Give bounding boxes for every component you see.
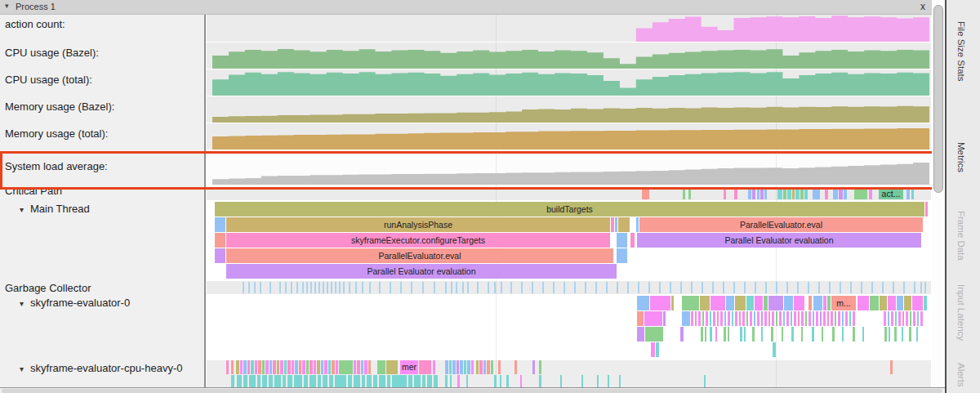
trace-slice[interactable] — [400, 282, 402, 293]
trace-slice-parallel-evaluator-evaluation[interactable]: Parallel Evaluator evaluation — [637, 233, 921, 248]
trace-slice[interactable] — [294, 375, 302, 387]
trace-slice[interactable] — [897, 296, 903, 310]
trace-slice[interactable] — [254, 282, 256, 293]
trace-slice[interactable] — [464, 360, 466, 374]
trace-slice[interactable] — [434, 282, 435, 293]
trace-slice[interactable] — [285, 282, 287, 293]
trace-slice[interactable] — [698, 311, 701, 326]
trace-slice[interactable] — [812, 327, 814, 342]
counter-chart-cpu-bazel[interactable] — [212, 42, 929, 69]
trace-slice[interactable] — [884, 327, 887, 342]
trace-slice[interactable] — [304, 375, 308, 387]
trace-slice[interactable] — [702, 311, 704, 326]
trace-slice[interactable] — [801, 327, 803, 342]
trace-slice[interactable] — [501, 282, 502, 293]
trace-slice[interactable] — [909, 327, 911, 342]
trace-slice[interactable] — [390, 282, 391, 293]
trace-slice[interactable] — [606, 282, 608, 293]
trace-slice[interactable] — [542, 282, 544, 293]
trace-slice[interactable] — [825, 188, 828, 199]
trace-slice[interactable] — [808, 282, 809, 293]
trace-slice[interactable] — [840, 282, 841, 293]
sidebar-tab-metrics[interactable]: Metrics — [956, 142, 966, 172]
trace-slice[interactable] — [682, 311, 690, 326]
trace-slice[interactable] — [339, 282, 341, 293]
trace-slice[interactable] — [776, 282, 777, 293]
trace-slice[interactable] — [215, 233, 225, 248]
trace-slice[interactable] — [835, 311, 836, 326]
trace-slice[interactable] — [262, 360, 265, 374]
trace-slice[interactable] — [906, 188, 910, 199]
trace-slice[interactable] — [853, 311, 855, 326]
trace-slice-runanalysisphase[interactable]: runAnalysisPhase — [226, 217, 610, 232]
trace-slice[interactable] — [701, 327, 703, 342]
trace-slice[interactable] — [833, 188, 838, 199]
trace-slice[interactable] — [734, 188, 737, 199]
trace-slice[interactable] — [318, 375, 321, 387]
trace-slice[interactable] — [768, 296, 783, 310]
trace-slice[interactable] — [705, 327, 706, 342]
trace-slice[interactable] — [925, 202, 928, 217]
trace-slice[interactable] — [336, 360, 338, 374]
trace-slice[interactable] — [243, 360, 247, 374]
trace-slice[interactable] — [284, 360, 287, 374]
trace-slice[interactable] — [451, 282, 452, 293]
trace-slice[interactable] — [335, 282, 336, 293]
trace-slice[interactable] — [710, 296, 725, 310]
counter-chart-cpu-total[interactable] — [212, 69, 929, 96]
trace-slice[interactable] — [777, 188, 782, 199]
close-icon[interactable]: x — [920, 1, 925, 12]
trace-slice[interactable] — [650, 296, 670, 310]
trace-slice[interactable] — [779, 311, 782, 326]
track-label-memory-usage-bazel[interactable]: Memory usage (Bazel): — [5, 100, 114, 113]
trace-slice[interactable] — [844, 188, 847, 199]
trace-slice[interactable] — [283, 375, 286, 387]
trace-slice[interactable] — [483, 360, 486, 374]
trace-slice[interactable] — [452, 360, 456, 374]
trace-slice[interactable] — [488, 282, 489, 293]
track-label-critical-path[interactable]: Critical Path — [5, 185, 62, 197]
trace-slice[interactable] — [539, 375, 541, 387]
trace-slice[interactable] — [659, 282, 661, 293]
trace-slice[interactable] — [608, 375, 609, 387]
counter-chart-sys-load[interactable] — [212, 154, 929, 185]
trace-slice[interactable] — [585, 282, 586, 293]
trace-slice[interactable] — [324, 360, 327, 374]
trace-slice[interactable] — [434, 375, 438, 387]
trace-slice[interactable] — [349, 282, 350, 293]
trace-slice[interactable] — [771, 327, 773, 342]
trace-slice[interactable] — [564, 282, 565, 293]
trace-slice[interactable] — [761, 327, 763, 342]
trace-slice[interactable] — [615, 217, 617, 232]
trace-slice[interactable] — [746, 296, 754, 310]
trace-slice[interactable] — [287, 360, 291, 374]
track-label-main-thread[interactable]: ▾Main Thread — [20, 203, 90, 215]
trace-slice[interactable] — [494, 282, 496, 293]
trace-slice[interactable] — [514, 360, 517, 374]
trace-slice[interactable] — [317, 360, 320, 374]
trace-slice[interactable] — [920, 311, 923, 326]
trace-slice[interactable] — [906, 311, 908, 326]
trace-slice[interactable] — [645, 327, 663, 342]
trace-slice[interactable] — [270, 360, 272, 374]
trace-slice[interactable] — [710, 327, 712, 342]
trace-slice[interactable] — [510, 282, 512, 293]
trace-slice[interactable] — [487, 360, 490, 374]
trace-slice[interactable] — [328, 360, 331, 374]
track-label-skyframe-evaluator-0[interactable]: ▾skyframe-evaluator-0 — [20, 297, 130, 309]
trace-slice[interactable] — [456, 282, 457, 293]
trace-slice-buildtargets[interactable]: buildTargets — [215, 202, 924, 217]
trace-slice[interactable] — [637, 327, 644, 342]
trace-slice[interactable] — [670, 282, 671, 293]
trace-slice[interactable] — [750, 311, 752, 326]
trace-slice[interactable] — [898, 311, 901, 326]
trace-slice[interactable] — [776, 311, 777, 326]
trace-slice[interactable] — [791, 311, 792, 326]
trace-slice[interactable] — [823, 296, 826, 310]
trace-slice[interactable] — [215, 217, 225, 232]
trace-slice[interactable] — [752, 327, 755, 342]
trace-slice[interactable] — [638, 282, 639, 293]
trace-slice[interactable] — [773, 342, 776, 357]
trace-slice[interactable] — [274, 375, 281, 387]
trace-slice[interactable] — [611, 217, 614, 232]
